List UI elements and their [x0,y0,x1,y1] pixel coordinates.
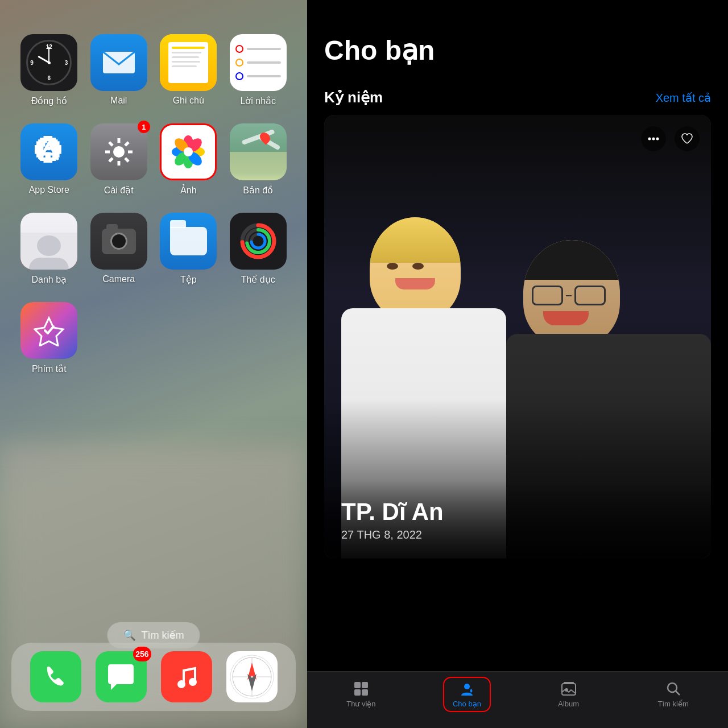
svg-point-35 [648,138,651,140]
app-mail[interactable]: Mail [87,34,151,106]
app-appstore[interactable]: 🅐 App Store [17,123,81,196]
contacts-label: Danh bạ [31,274,67,285]
phone-icon [30,651,81,702]
svg-point-42 [464,684,470,689]
app-fitness[interactable]: Thể dục [226,213,291,285]
memory-card[interactable]: TP. Dĩ An 27 THG 8, 2022 [324,115,711,559]
memory-date: 27 THG 8, 2022 [341,528,694,541]
contacts-icon [20,213,77,270]
safari-icon [226,651,278,702]
tab-for-you-label: Cho bạn [453,700,481,708]
memory-overlay: TP. Dĩ An 27 THG 8, 2022 [324,481,711,559]
svg-line-11 [109,158,113,162]
svg-line-8 [109,142,113,146]
svg-point-46 [668,683,677,692]
app-camera[interactable]: Camera [87,213,151,285]
dock: 256 [11,643,296,711]
fitness-label: Thể dục [241,274,275,285]
memory-location: TP. Dĩ An [341,498,694,526]
files-label: Tệp [180,274,197,285]
svg-point-37 [656,138,659,140]
memory-actions [641,126,700,151]
tab-album-label: Album [558,700,579,708]
music-icon [161,651,212,702]
photos-app: Cho bạn Kỷ niệm Xem tất cả [307,0,728,728]
svg-rect-40 [354,689,361,696]
app-files[interactable]: Tệp [156,213,221,285]
svg-point-27 [177,680,185,688]
clock-label: Đồng hồ [31,96,67,106]
home-screen: 12 6 9 3 Đồng hồ Mail [0,0,307,728]
svg-text:🅐: 🅐 [35,135,63,167]
settings-badge: 1 [138,121,150,133]
shortcuts-label: Phím tắt [32,363,67,374]
mail-label: Mail [110,96,127,106]
dock-safari[interactable] [226,651,278,702]
tab-library-label: Thư viện [346,700,375,708]
app-clock[interactable]: 12 6 9 3 Đồng hồ [17,34,81,106]
tab-album[interactable]: Album [547,678,590,711]
section-header: Kỷ niệm Xem tất cả [307,77,728,115]
dock-music[interactable] [161,651,212,702]
tab-search-label: Tìm kiếm [658,700,689,708]
tab-search[interactable]: Tìm kiếm [647,678,700,711]
dock-phone[interactable] [30,651,81,702]
reminders-label: Lời nhắc [240,96,276,106]
app-shortcuts[interactable]: Phím tắt [17,302,81,374]
svg-point-20 [184,147,193,156]
photos-icon [160,123,217,180]
maps-label: Bản đồ [243,185,273,196]
svg-rect-43 [562,684,576,695]
photos-header: Cho bạn [307,0,728,77]
clock-icon: 12 6 9 3 [20,34,77,91]
app-maps[interactable]: Bản đồ [226,123,291,196]
messages-badge: 256 [133,647,151,661]
messages-icon: 256 [96,651,147,702]
photos-title: Cho bạn [324,34,711,66]
mail-icon [90,34,147,91]
svg-line-10 [125,142,129,146]
tab-bar: Thư viện Cho bạn Album [307,671,728,728]
tab-for-you[interactable]: Cho bạn [443,677,491,712]
app-photos[interactable]: Ảnh [156,123,221,196]
app-notes[interactable]: Ghi chú [156,34,221,106]
tab-library[interactable]: Thư viện [335,678,387,711]
search-icon: 🔍 [123,629,136,642]
svg-rect-38 [354,682,361,688]
svg-rect-41 [362,689,368,696]
svg-point-3 [113,146,125,158]
notes-icon [160,34,217,91]
settings-label: Cài đặt [104,185,134,196]
app-settings[interactable]: 1 Cài đặt [87,123,151,196]
camera-label: Camera [102,274,135,284]
reminders-icon [230,34,287,91]
search-label: Tìm kiếm [142,629,184,642]
files-icon [160,213,217,270]
svg-point-36 [652,138,655,140]
photos-label: Ảnh [180,185,197,196]
notes-label: Ghi chú [173,96,204,106]
app-reminders[interactable]: Lời nhắc [226,34,291,106]
svg-point-28 [189,678,197,686]
favorite-button[interactable] [675,126,700,151]
settings-icon: 1 [90,123,147,180]
see-all-button[interactable]: Xem tất cả [656,91,711,105]
app-contacts[interactable]: Danh bạ [17,213,81,285]
svg-line-9 [125,158,129,162]
more-options-button[interactable] [641,126,666,151]
fitness-icon [230,213,287,270]
svg-rect-44 [564,682,574,684]
camera-icon [90,213,147,270]
appstore-icon: 🅐 [20,123,77,180]
svg-rect-39 [362,682,368,688]
appstore-label: App Store [29,185,69,195]
section-title: Kỷ niệm [324,89,383,106]
maps-icon [230,123,287,180]
dock-messages[interactable]: 256 [96,651,147,702]
svg-line-47 [676,691,680,695]
shortcuts-icon [20,302,77,359]
app-grid: 12 6 9 3 Đồng hồ Mail [17,34,290,374]
